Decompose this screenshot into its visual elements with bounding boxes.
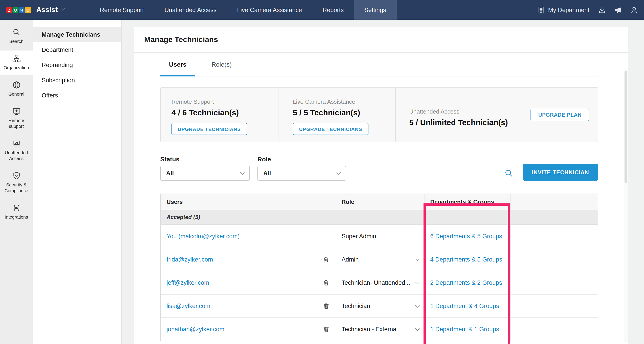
nav-item-settings[interactable]: Settings [354, 0, 397, 20]
user-link[interactable]: You (malcolm@zylker.com) [166, 233, 240, 240]
rail-item-integrations[interactable]: Integrations [0, 200, 33, 224]
role-select[interactable]: Technician [336, 295, 424, 317]
departments-cell: 1 Department & 1 Groups [424, 318, 510, 341]
zoho-logo: Z O H O [6, 7, 31, 13]
technicians-table: Users Role Departments & Groups Accepted… [160, 193, 598, 341]
empty-cell [510, 225, 598, 248]
product-name: Assist [36, 6, 58, 14]
topnav-right: My Department [537, 0, 644, 20]
nav-item-unattended-access[interactable]: Unattended Access [154, 0, 227, 20]
plan-label: Live Camera Assistance [293, 98, 395, 105]
rail-item-general[interactable]: General [0, 77, 33, 101]
empty-cell [510, 248, 598, 271]
role-dropdown-value: All [263, 170, 271, 176]
role-dropdown[interactable]: All [258, 166, 346, 180]
sidebar-item-department[interactable]: Department [33, 42, 121, 57]
plan-value: 4 / 6 Technician(s) [172, 108, 278, 118]
user-link[interactable]: lisa@zylker.com [166, 303, 210, 309]
group-header-accepted: Accepted (5) [161, 210, 598, 225]
settings-sidebar: Manage Technicians Department Rebranding… [33, 20, 122, 344]
role-select[interactable]: Technician - External [336, 318, 424, 341]
rail-label: Integrations [5, 214, 28, 220]
plan-section-unattended-access: Unattended Access 5 / Unlimited Technici… [395, 88, 522, 142]
user-icon[interactable] [630, 6, 638, 14]
departments-link[interactable]: 4 Departments & 5 Groups [430, 256, 502, 263]
tab-roles[interactable]: Role(s) [204, 53, 239, 76]
upgrade-technicians-button[interactable]: UPGRADE TECHNICIANS [172, 123, 247, 135]
table-row: frida@zylker.com Admin 4 Departments & 5… [161, 248, 598, 271]
role-value: Technician - External [342, 326, 398, 333]
tab-content: Remote Support 4 / 6 Technician(s) UPGRA… [134, 87, 628, 341]
delete-user-button[interactable] [322, 302, 330, 310]
announcement-icon[interactable] [614, 6, 622, 14]
chevron-down-icon [415, 257, 420, 261]
plan-upgrade-area: UPGRADE PLAN [522, 88, 598, 142]
rail-item-security-compliance[interactable]: Security & Compliance [0, 168, 33, 198]
empty-cell [510, 271, 598, 294]
delete-user-button[interactable] [322, 325, 330, 334]
sidebar-item-manage-technicians[interactable]: Manage Technicians [33, 27, 121, 42]
nav-item-live-camera-assistance[interactable]: Live Camera Assistance [227, 0, 312, 20]
status-filter-label: Status [160, 156, 250, 163]
role-cell: Super Admin [336, 225, 424, 248]
zoho-assist-app: Z O H O Assist Remote Support Unattended… [0, 0, 644, 344]
role-select[interactable]: Technician- Unattended... [336, 271, 424, 294]
user-link[interactable]: jonathan@zylker.com [166, 326, 224, 333]
nav-item-remote-support[interactable]: Remote Support [90, 0, 154, 20]
laptop-icon [12, 140, 20, 148]
departments-cell: 4 Departments & 5 Groups [424, 248, 510, 271]
nav-item-reports[interactable]: Reports [312, 0, 354, 20]
sidebar-item-offers[interactable]: Offers [33, 88, 121, 103]
users-cell: lisa@zylker.com [161, 295, 336, 317]
role-value: Admin [342, 256, 359, 263]
departments-link[interactable]: 1 Department & 4 Groups [430, 303, 499, 309]
sidebar-item-rebranding[interactable]: Rebranding [33, 57, 121, 72]
column-header-users: Users [161, 194, 336, 210]
rail-item-remote-support[interactable]: Remote support [0, 103, 33, 133]
rail-item-organization[interactable]: Organization [0, 50, 33, 75]
scrollbar-thumb[interactable] [624, 71, 627, 183]
rail-item-unattended-access[interactable]: Unattended Access [0, 136, 33, 166]
departments-cell: 2 Departments & 2 Groups [424, 271, 510, 294]
role-value: Technician- Unattended... [342, 279, 410, 286]
sidebar-item-subscription[interactable]: Subscription [33, 72, 121, 88]
departments-link[interactable]: 1 Department & 1 Groups [430, 326, 499, 333]
plan-section-remote-support: Remote Support 4 / 6 Technician(s) UPGRA… [161, 88, 278, 142]
department-switcher[interactable]: My Department [537, 6, 590, 14]
departments-link[interactable]: 6 Departments & 5 Groups [430, 233, 502, 240]
brand-menu[interactable]: Z O H O Assist [0, 0, 90, 20]
integrations-icon [12, 204, 20, 212]
user-link[interactable]: jeff@zylker.com [166, 279, 209, 286]
plan-value: 5 / Unlimited Technician(s) [409, 118, 522, 127]
user-link[interactable]: frida@zylker.com [166, 256, 213, 263]
role-filter: Role All [258, 156, 346, 180]
delete-user-button[interactable] [322, 255, 330, 264]
role-value: Super Admin [342, 233, 376, 240]
departments-link[interactable]: 2 Departments & 2 Groups [430, 279, 502, 286]
role-value: Technician [342, 303, 370, 309]
status-dropdown[interactable]: All [160, 166, 250, 180]
remote-support-icon [12, 107, 20, 115]
table-row: jeff@zylker.com Technician- Unattended..… [161, 271, 598, 295]
rail-item-search[interactable]: Search [0, 24, 33, 48]
upgrade-plan-button[interactable]: UPGRADE PLAN [531, 108, 590, 121]
role-select[interactable]: Admin [336, 248, 424, 271]
chevron-down-icon [415, 326, 420, 331]
delete-user-button[interactable] [322, 279, 330, 287]
download-icon[interactable] [598, 6, 606, 14]
search-icon[interactable] [504, 169, 513, 177]
departments-cell: 1 Department & 4 Groups [424, 295, 510, 317]
departments-cell: 6 Departments & 5 Groups [424, 225, 510, 248]
chevron-down-icon [415, 303, 420, 308]
rail-label: Search [9, 38, 23, 44]
globe-icon [12, 81, 20, 89]
invite-technician-button[interactable]: INVITE TECHNICIAN [523, 164, 598, 180]
plan-section-live-camera: Live Camera Assistance 5 / 5 Technician(… [278, 88, 395, 142]
vertical-scrollbar[interactable] [624, 69, 628, 343]
department-label: My Department [548, 6, 590, 13]
tab-users[interactable]: Users [160, 53, 195, 76]
rail-label: Organization [4, 65, 29, 71]
panel-header: Manage Technicians [134, 27, 628, 53]
upgrade-technicians-button[interactable]: UPGRADE TECHNICIANS [293, 123, 368, 135]
building-icon [537, 6, 545, 14]
